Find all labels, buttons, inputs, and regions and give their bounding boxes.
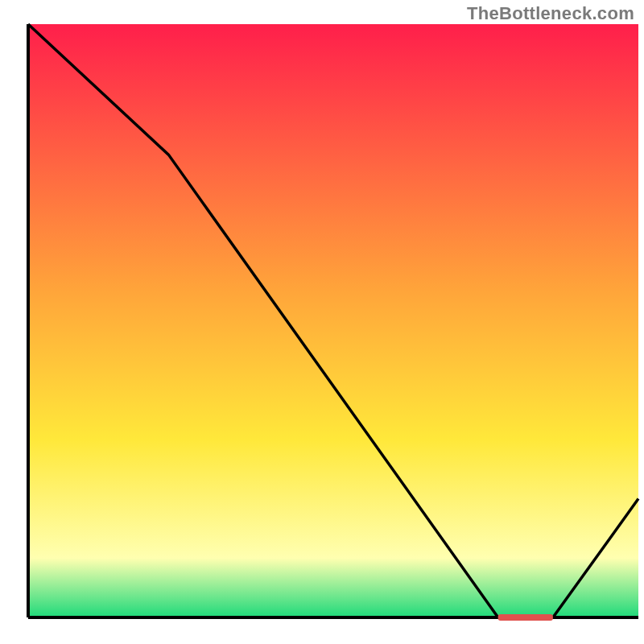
watermark-text: TheBottleneck.com: [467, 3, 634, 24]
optimal-range-marker: [498, 614, 553, 621]
gradient-background: [28, 24, 638, 617]
chart-svg: [0, 0, 644, 644]
bottleneck-chart: TheBottleneck.com: [0, 0, 644, 644]
